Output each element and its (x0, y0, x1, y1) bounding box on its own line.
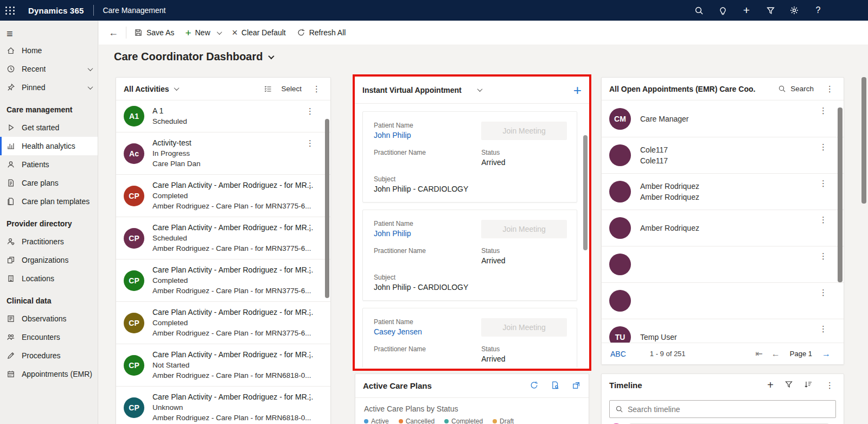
appointment-row[interactable]: TU Temp User ⋮ (602, 319, 844, 343)
sidebar-item-care-plan-templates[interactable]: Care plan templates (0, 192, 98, 211)
more-options-icon[interactable]: ⋮ (304, 224, 316, 232)
sidebar-item-patients[interactable]: Patients (0, 155, 98, 174)
settings-gear-icon[interactable] (786, 2, 803, 19)
next-page-icon[interactable]: → (818, 349, 835, 359)
more-options-icon[interactable]: ⋮ (824, 381, 836, 389)
search-icon[interactable] (778, 85, 786, 93)
chevron-down-icon[interactable] (88, 66, 93, 71)
activity-title[interactable]: Care Plan Activity - Amber Rodriguez - f… (152, 392, 313, 402)
chevron-down-icon[interactable] (477, 86, 482, 92)
chevron-down-icon[interactable] (269, 53, 275, 59)
join-meeting-button[interactable]: Join Meeting (481, 122, 567, 140)
more-options-icon[interactable]: ⋮ (304, 393, 316, 401)
appointment-row[interactable]: ⋮ (602, 282, 844, 319)
more-options-icon[interactable]: ⋮ (817, 216, 829, 224)
chevron-down-icon[interactable] (174, 85, 179, 91)
join-meeting-button[interactable]: Join Meeting (481, 318, 567, 337)
sidebar-item-observations[interactable]: Observations (0, 309, 98, 328)
more-options-icon[interactable]: ⋮ (817, 179, 829, 187)
help-icon[interactable]: ? (809, 2, 827, 19)
filter-icon[interactable] (784, 380, 793, 390)
activity-row[interactable]: Ac Activity-testIn ProgressCare Plan Dan… (116, 132, 330, 174)
patient-name-link[interactable]: Casey Jensen (374, 327, 481, 336)
more-options-icon[interactable]: ⋮ (817, 252, 829, 260)
more-options-icon[interactable]: ⋮ (304, 351, 316, 359)
activity-title[interactable]: Activity-test (152, 138, 201, 148)
sidebar-item-appointments-emr[interactable]: Appointments (EMR) (0, 365, 98, 383)
join-meeting-button[interactable]: Join Meeting (481, 220, 567, 238)
chevron-down-icon[interactable] (88, 84, 93, 90)
search-button[interactable]: Search (790, 85, 814, 93)
activity-row[interactable]: CP Care Plan Activity - Amber Rodriguez … (116, 386, 330, 424)
activity-title[interactable]: Care Plan Activity - Amber Rodriguez - f… (152, 307, 313, 318)
more-options-icon[interactable]: ⋮ (310, 85, 323, 93)
more-options-icon[interactable]: ⋮ (817, 106, 829, 115)
more-options-icon[interactable]: ⋮ (304, 181, 316, 189)
sidebar-item-get-started[interactable]: Get started (0, 118, 98, 137)
more-options-icon[interactable]: ⋮ (304, 107, 316, 115)
scrollbar-thumb[interactable] (838, 107, 843, 282)
activity-row[interactable]: A1 A 1Scheduled ⋮ (116, 100, 330, 132)
select-button[interactable]: Select (281, 85, 302, 93)
appointment-row[interactable]: Amber Rodriquez ⋮ (602, 210, 844, 246)
sidebar-item-recent[interactable]: Recent (0, 60, 98, 78)
more-options-icon[interactable]: ⋮ (304, 266, 316, 274)
patient-name-link[interactable]: John Philip (374, 131, 481, 140)
more-options-icon[interactable]: ⋮ (824, 85, 836, 93)
first-page-icon[interactable]: ⇤ (751, 349, 767, 359)
app-name[interactable]: Care Management (103, 6, 165, 15)
activity-row[interactable]: CP Care Plan Activity - Amber Rodriguez … (116, 217, 330, 259)
search-icon[interactable] (690, 2, 707, 19)
more-options-icon[interactable]: ⋮ (817, 288, 829, 296)
activity-title[interactable]: A 1 (152, 106, 187, 116)
add-timeline-record-icon[interactable]: + (767, 379, 774, 391)
activity-row[interactable]: CP Care Plan Activity - Amber Rodriguez … (116, 259, 330, 301)
refresh-icon[interactable] (529, 381, 539, 391)
appointment-row[interactable]: CM Care Manager ⋮ (602, 101, 844, 137)
multiselect-icon[interactable] (264, 85, 272, 93)
more-options-icon[interactable]: ⋮ (817, 325, 829, 333)
sidebar-item-encounters[interactable]: Encounters (0, 328, 98, 346)
timeline-search-input[interactable] (628, 405, 830, 414)
sidebar-item-health-analytics[interactable]: Health analytics (0, 137, 98, 155)
filter-icon[interactable] (762, 2, 779, 19)
activity-title[interactable]: Care Plan Activity - Amber Rodriguez - f… (152, 223, 313, 233)
sort-icon[interactable] (804, 380, 813, 390)
activity-row[interactable]: CP Care Plan Activity - Amber Rodriguez … (116, 301, 330, 344)
appointment-row[interactable]: Amber RodriquezAmber Rodriquez ⋮ (602, 173, 844, 210)
appointment-row[interactable]: Cole117Cole117 ⋮ (602, 137, 844, 173)
page-scrollbar-thumb[interactable] (861, 77, 866, 204)
new-button[interactable]: + New (180, 21, 226, 45)
sidebar-item-organizations[interactable]: Organizations (0, 251, 98, 269)
sidebar-item-practitioners[interactable]: Practitioners (0, 232, 98, 251)
view-report-icon[interactable] (551, 381, 560, 391)
sidebar-item-locations[interactable]: Locations (0, 269, 98, 288)
expand-popout-icon[interactable] (572, 381, 581, 391)
timeline-search-box[interactable] (609, 400, 836, 418)
clear-default-button[interactable]: × Clear Default (227, 21, 291, 45)
more-options-icon[interactable]: ⋮ (304, 308, 316, 317)
back-arrow-button[interactable]: ← (99, 27, 124, 39)
activity-title[interactable]: Care Plan Activity - Amber Rodriguez - f… (152, 265, 313, 275)
appointment-row[interactable]: ⋮ (602, 246, 844, 282)
add-appointment-icon[interactable]: + (573, 83, 582, 97)
more-options-icon[interactable]: ⋮ (304, 139, 316, 147)
jump-bar-abc[interactable]: ABC (610, 350, 626, 358)
lightbulb-icon[interactable] (714, 2, 731, 19)
sidebar-item-procedures[interactable]: Procedures (0, 346, 98, 365)
app-launcher-icon[interactable] (0, 0, 21, 21)
activity-title[interactable]: Care Plan Activity - Amber Rodriguez - f… (152, 350, 313, 360)
refresh-all-button[interactable]: Refresh All (291, 21, 352, 45)
add-icon[interactable]: + (738, 2, 755, 19)
activity-row[interactable]: CP Care Plan Activity - Amber Rodriguez … (116, 174, 330, 217)
patient-name-link[interactable]: John Philip (374, 229, 481, 238)
sidebar-item-home[interactable]: Home (0, 41, 98, 60)
previous-page-icon[interactable]: ← (767, 349, 784, 359)
activity-title[interactable]: Care Plan Activity - Amber Rodriguez - f… (152, 180, 313, 191)
sidebar-item-pinned[interactable]: Pinned (0, 78, 98, 97)
chevron-down-icon[interactable] (216, 29, 222, 35)
save-as-button[interactable]: Save As (129, 21, 180, 45)
activity-row[interactable]: CP Care Plan Activity - Amber Rodriguez … (116, 344, 330, 386)
scrollbar-thumb[interactable] (583, 135, 588, 250)
scrollbar-thumb[interactable] (325, 119, 329, 298)
